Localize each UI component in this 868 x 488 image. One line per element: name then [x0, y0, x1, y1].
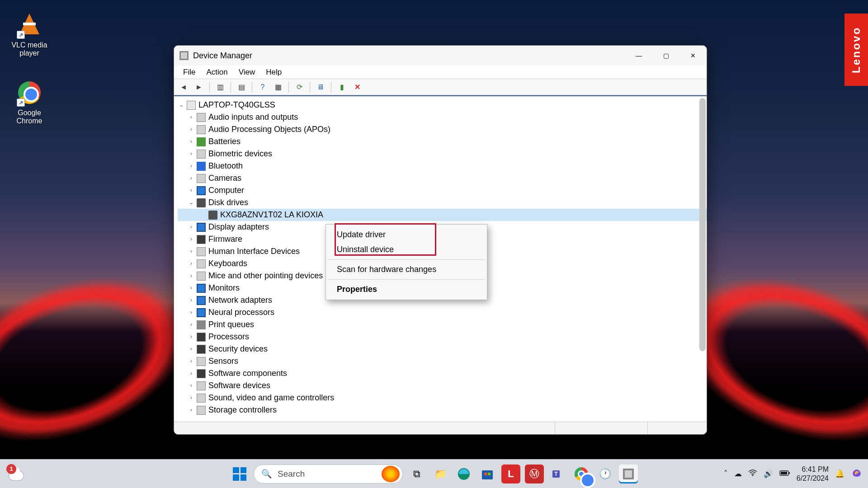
menu-action[interactable]: Action [202, 67, 232, 78]
expander-icon[interactable]: › [188, 343, 195, 355]
minimize-button[interactable]: ― [625, 46, 652, 66]
uninstall-device-button[interactable]: ✕ [350, 81, 364, 94]
expander-icon[interactable]: › [188, 270, 195, 282]
expander-icon[interactable]: › [188, 221, 195, 233]
expander-icon[interactable]: › [188, 160, 195, 172]
tree-category-label: Cameras [208, 172, 241, 184]
expander-icon[interactable]: › [188, 282, 195, 294]
expander-icon[interactable]: › [188, 111, 195, 123]
category-icon [197, 369, 206, 378]
tray-notifications-icon[interactable]: 🔔 [835, 469, 844, 479]
expander-icon[interactable]: › [188, 294, 195, 306]
maximize-button[interactable]: ▢ [652, 46, 679, 66]
tray-onedrive-icon[interactable]: ☁ [734, 469, 742, 479]
expander-icon[interactable]: › [188, 319, 195, 331]
desktop-icon-vlc[interactable]: ↗ VLC media player [5, 14, 54, 57]
back-button[interactable]: ◄ [177, 81, 190, 94]
taskbar-search[interactable]: 🔍 Search [254, 465, 403, 483]
show-hide-console-tree-button[interactable]: ▥ [213, 81, 227, 94]
task-view-button[interactable]: ⧉ [407, 465, 426, 483]
window-titlebar[interactable]: Device Manager ― ▢ ✕ [174, 46, 707, 66]
enable-device-button[interactable]: ▮ [335, 81, 349, 94]
scan-hardware-button[interactable]: 🖥 [314, 81, 327, 94]
expander-icon[interactable]: ⌄ [178, 99, 185, 111]
tree-category[interactable]: ›Audio Processing Objects (APOs) [178, 123, 707, 136]
taskbar-app-edge[interactable] [454, 465, 473, 483]
tray-volume-icon[interactable]: 🔊 [764, 469, 773, 479]
lenovo-brand-tab[interactable]: Lenovo [844, 14, 868, 86]
taskbar-app-chrome[interactable] [572, 465, 591, 483]
expander-icon[interactable]: › [188, 245, 195, 258]
expander-icon[interactable]: ⌄ [188, 197, 195, 209]
action-button[interactable]: ▦ [271, 81, 285, 94]
tree-category[interactable]: ›Batteries [178, 136, 707, 148]
ctx-update-driver[interactable]: Update driver [326, 227, 487, 242]
expander-icon[interactable]: › [188, 331, 195, 343]
tree-category[interactable]: ›Audio inputs and outputs [178, 111, 707, 123]
tray-battery-icon[interactable] [779, 469, 790, 479]
start-button[interactable] [230, 465, 249, 483]
tree-category[interactable]: ›Security devices [178, 343, 707, 355]
taskbar-app-clock[interactable]: 🕐 [595, 465, 614, 483]
tree-category[interactable]: ›Software components [178, 367, 707, 380]
desktop-icon-chrome[interactable]: ↗ Google Chrome [5, 81, 54, 125]
help-button[interactable]: ? [256, 81, 269, 94]
ctx-scan-hardware[interactable]: Scan for hardware changes [326, 262, 487, 277]
tree-category[interactable]: ›Biometric devices [178, 148, 707, 160]
update-driver-button[interactable]: ⟳ [292, 81, 306, 94]
tray-overflow-icon[interactable]: ˄ [724, 469, 728, 479]
tree-category[interactable]: ›Processors [178, 331, 707, 343]
ctx-uninstall-device[interactable]: Uninstall device [326, 242, 487, 257]
taskbar-app-file-explorer[interactable]: 📁 [431, 465, 450, 483]
tray-wifi-icon[interactable] [748, 469, 757, 479]
tree-category[interactable]: ⌄Disk drives [178, 197, 707, 209]
tree-category[interactable]: ›Neural processors [178, 306, 707, 319]
expander-icon[interactable]: › [188, 148, 195, 160]
expander-icon[interactable]: › [188, 355, 195, 367]
tree-category[interactable]: ›Cameras [178, 172, 707, 184]
tray-date: 6/27/2024 [797, 474, 829, 483]
shortcut-arrow-icon: ↗ [17, 99, 25, 107]
expander-icon[interactable]: › [188, 367, 195, 380]
menu-view[interactable]: View [234, 67, 260, 78]
taskbar-weather-widget[interactable]: 1 [7, 465, 25, 483]
system-tray: ˄ ☁ 🔊 6:41 PM 6/27/2024 🔔 [724, 465, 863, 482]
taskbar-app-device-manager[interactable] [619, 465, 638, 483]
expander-icon[interactable]: › [188, 306, 195, 319]
close-button[interactable]: ✕ [679, 46, 707, 66]
tree-category[interactable]: ›Software devices [178, 380, 707, 392]
expander-icon[interactable]: › [188, 258, 195, 270]
tree-category[interactable]: ›Sound, video and game controllers [178, 392, 707, 404]
ctx-properties[interactable]: Properties [326, 282, 487, 297]
expander-icon[interactable]: › [188, 136, 195, 148]
tray-copilot-icon[interactable] [851, 467, 863, 481]
taskbar-app-mcafee[interactable]: Ⓜ [525, 465, 544, 483]
tree-category[interactable]: ›Computer [178, 184, 707, 197]
expander-icon[interactable]: › [188, 392, 195, 404]
tree-device-selected[interactable]: KXG8AZNV1T02 LA KIOXIA [178, 209, 707, 221]
tree-root[interactable]: ⌄LAPTOP-TQ40GLSS [178, 99, 707, 111]
expander-icon[interactable]: › [188, 123, 195, 136]
taskbar-app-teams[interactable]: T [548, 465, 567, 483]
tray-clock[interactable]: 6:41 PM 6/27/2024 [797, 465, 829, 482]
properties-button[interactable]: ▤ [235, 81, 248, 94]
expander-icon[interactable]: › [188, 380, 195, 392]
taskbar-app-lenovo[interactable]: L [501, 465, 520, 483]
menu-file[interactable]: File [179, 67, 200, 78]
expander-icon[interactable]: › [188, 184, 195, 197]
tree-category[interactable]: ›Bluetooth [178, 160, 707, 172]
tree-category[interactable]: ›Sensors [178, 355, 707, 367]
forward-button[interactable]: ► [192, 81, 206, 94]
menu-help[interactable]: Help [261, 67, 286, 78]
expander-icon[interactable]: › [188, 172, 195, 184]
svg-rect-9 [781, 472, 787, 474]
tree-category-label: Network adapters [208, 294, 272, 306]
tree-category-label: Bluetooth [208, 160, 243, 172]
expander-icon[interactable]: › [188, 233, 195, 245]
expander-icon[interactable]: › [188, 404, 195, 416]
vertical-scrollbar[interactable] [699, 98, 706, 351]
tree-category[interactable]: ›Print queues [178, 319, 707, 331]
taskbar-app-microsoft-store[interactable] [478, 465, 497, 483]
tree-category[interactable]: ›Storage controllers [178, 404, 707, 416]
window-title: Device Manager [193, 51, 252, 61]
